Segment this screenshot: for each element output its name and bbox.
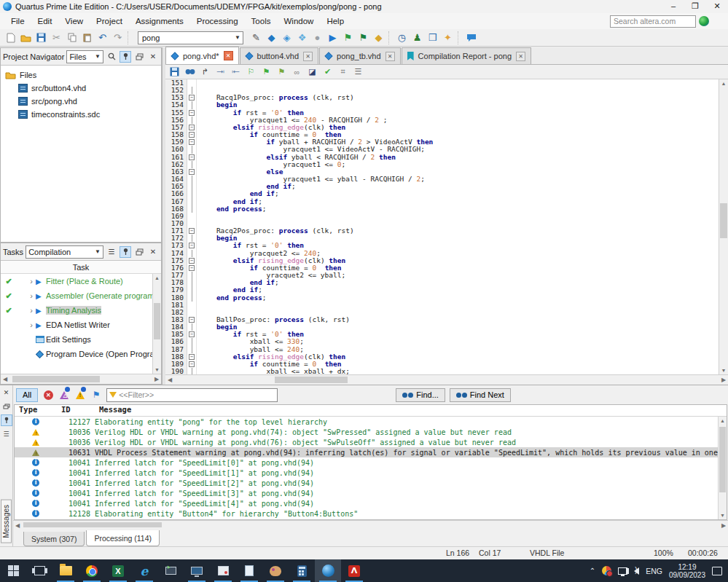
open-project-icon[interactable]	[18, 31, 34, 45]
code-editor[interactable]: 151152153− Racq1Pos_proc: process (clk, …	[165, 79, 719, 374]
messages-tab-processing[interactable]: Processing (114)	[86, 530, 160, 546]
taskbar-task-view[interactable]	[26, 559, 52, 582]
goto-line-icon[interactable]: ↱	[198, 66, 212, 78]
editor-vertical-scrollbar[interactable]: ▲ ▼	[719, 79, 728, 374]
volume-icon[interactable]	[634, 567, 639, 575]
menu-assignments[interactable]: Assignments	[129, 15, 190, 27]
float-window-icon[interactable]	[1, 401, 12, 412]
menu-project[interactable]: Project	[90, 15, 129, 27]
message-row[interactable]: i12127Elaborating entity "pong" for the …	[15, 417, 727, 427]
undo-icon[interactable]: ↶	[95, 31, 110, 45]
find-icon[interactable]	[183, 66, 197, 78]
editor-horizontal-scrollbar[interactable]: ◀ ▶	[165, 374, 728, 385]
column-id[interactable]: ID	[57, 405, 95, 416]
tasks-vertical-scrollbar[interactable]: ▲ ▼	[152, 274, 161, 374]
start-analysis-icon[interactable]: ⚑	[340, 31, 356, 45]
messages-vertical-scrollbar[interactable]: ▲ ▼	[718, 417, 727, 519]
taskbar-quartus[interactable]	[315, 559, 341, 582]
message-row[interactable]: i10041Inferred latch for "SpeedLimit[3]"…	[15, 488, 727, 498]
taskbar-calculator[interactable]	[289, 559, 315, 582]
messages-tab-system[interactable]: System (307)	[23, 532, 85, 546]
message-row[interactable]: !10036Verilog HDL or VHDL warning at pon…	[15, 427, 727, 437]
taskbar-file-explorer[interactable]	[52, 559, 79, 582]
redo-icon[interactable]: ↷	[110, 31, 125, 45]
close-tab-icon[interactable]: ✕	[224, 51, 233, 60]
bookmark-icon[interactable]: ⚐	[244, 66, 258, 78]
next-bookmark-icon[interactable]: ⚑	[259, 66, 273, 78]
task-row[interactable]: ✔›▶Fitter (Place & Route)	[1, 274, 161, 288]
editor-tab-pong-tb-vhd[interactable]: pong_tb.vhd✕	[319, 47, 401, 64]
find-next-button[interactable]: Find Next	[450, 388, 511, 402]
editor-tab-button4-vhd[interactable]: button4.vhd✕	[240, 47, 319, 64]
action-center-icon[interactable]	[712, 567, 722, 575]
search-icon[interactable]	[106, 51, 117, 63]
netlist-viewer-icon[interactable]: ❒	[425, 31, 440, 45]
taskbar-remote-desktop[interactable]	[157, 559, 184, 582]
taskbar-paint[interactable]	[262, 559, 289, 582]
editor-tab-pong-vhd-[interactable]: pong.vhd*✕	[165, 47, 239, 64]
message-row[interactable]: !10631VHDL Process Statement warning at …	[15, 447, 727, 457]
pin-assignments-icon[interactable]: ✎	[248, 31, 264, 45]
copy-icon[interactable]	[64, 31, 79, 45]
line-numbers-icon[interactable]: ⌗	[336, 66, 350, 78]
taskbar-excel[interactable]: X	[105, 559, 131, 582]
project-combo[interactable]: pong ▼	[138, 31, 243, 44]
tree-item-src-button4-vhd[interactable]: src/button4.vhd	[5, 82, 161, 95]
file-tree[interactable]: Filessrc/button4.vhdsrc/pong.vhdtimecons…	[1, 66, 161, 242]
filter-flagged-icon[interactable]: ⚑	[90, 388, 102, 401]
menu-tools[interactable]: Tools	[245, 15, 278, 27]
web-search-icon[interactable]	[699, 16, 709, 26]
prev-bookmark-icon[interactable]: ⚑	[275, 66, 289, 78]
pin-icon[interactable]	[120, 51, 131, 63]
taskbar-internet-explorer[interactable]: e	[131, 559, 157, 582]
restore-button[interactable]: ❐	[684, 0, 706, 13]
fold-all-icon[interactable]: ◪	[305, 66, 319, 78]
feedback-icon[interactable]	[463, 31, 479, 45]
column-type[interactable]: Type	[15, 405, 57, 416]
filter-warnings-icon[interactable]: !	[74, 388, 86, 401]
close-icon[interactable]: ✕	[147, 51, 159, 63]
message-row[interactable]: !10036Verilog HDL or VHDL warning at pon…	[15, 437, 727, 447]
indent-icon[interactable]: ⭲	[214, 66, 227, 78]
paste-icon[interactable]	[79, 31, 95, 45]
find-button[interactable]: Find...	[396, 388, 445, 402]
unindent-icon[interactable]: ⭰	[229, 66, 243, 78]
message-row[interactable]: i10041Inferred latch for "SpeedLimit[1]"…	[15, 468, 727, 478]
taskbar-start[interactable]	[0, 559, 26, 582]
start-compilation-icon[interactable]: ▶	[325, 31, 340, 45]
menu-edit[interactable]: Edit	[31, 15, 59, 27]
list-icon[interactable]: ☰	[106, 246, 117, 258]
taskbar-notepad[interactable]	[236, 559, 262, 582]
menu-window[interactable]: Window	[277, 15, 320, 27]
comment-icon[interactable]: ✔	[321, 66, 334, 78]
compile-design-icon[interactable]: ◆	[264, 31, 279, 45]
column-message[interactable]: Message	[95, 405, 727, 416]
rapid-recompile-icon[interactable]: ◈	[279, 31, 294, 45]
tree-root-files[interactable]: Files	[5, 68, 161, 82]
stop-processing-icon[interactable]: ●	[310, 31, 325, 45]
search-input[interactable]	[610, 15, 696, 28]
editor-tab-compilation-report-pong[interactable]: Compilation Report - pong✕	[402, 47, 531, 64]
float-window-icon[interactable]	[133, 246, 145, 258]
task-row[interactable]: Program Device (Open Programmer)	[1, 347, 161, 361]
message-row[interactable]: i10041Inferred latch for "SpeedLimit[4]"…	[15, 498, 727, 508]
tree-item-src-pong-vhd[interactable]: src/pong.vhd	[5, 95, 161, 108]
attach-icon[interactable]: ∞	[290, 66, 304, 78]
save-icon[interactable]	[34, 31, 49, 45]
float-window-icon[interactable]	[133, 51, 145, 63]
task-row[interactable]: ✔›▶Timing Analysis	[1, 303, 161, 318]
task-row[interactable]: Edit Settings	[1, 332, 161, 347]
message-row[interactable]: i12128Elaborating entity "Button4" for h…	[15, 508, 727, 519]
pin-icon[interactable]	[1, 414, 12, 426]
programmer-icon[interactable]: ◆	[371, 31, 386, 45]
clock[interactable]: 12:19 09/09/2023	[669, 563, 705, 579]
task-row[interactable]: ›▶EDA Netlist Writer	[1, 318, 161, 332]
close-icon[interactable]: ✕	[147, 246, 159, 258]
close-tab-icon[interactable]: ✕	[516, 52, 525, 61]
security-tray-icon[interactable]	[602, 566, 611, 575]
timing-analyzer-icon[interactable]: ◷	[394, 31, 410, 45]
taskbar-acrobat[interactable]: Λ	[341, 559, 367, 582]
tasks-horizontal-scrollbar[interactable]: ◀ ▶	[1, 374, 161, 384]
close-button[interactable]: ✕	[706, 0, 728, 13]
partition-planner-icon[interactable]: ♟	[410, 31, 425, 45]
